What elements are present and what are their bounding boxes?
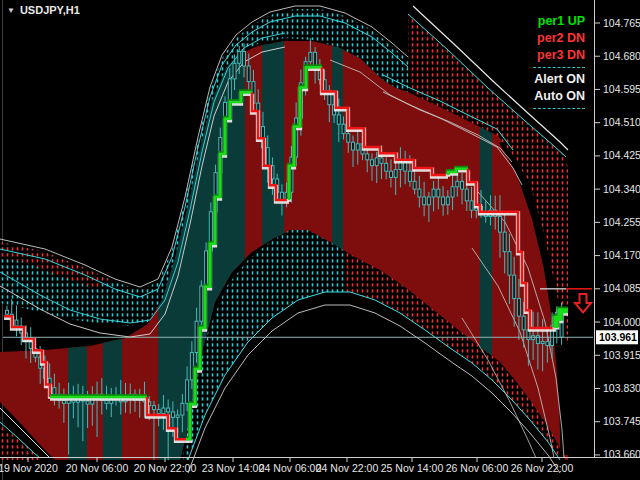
time-tick-label: 25 Nov 14:00 — [381, 462, 444, 474]
indicator-legend: per1 UPper2 DNper3 DNAlert ONAuto ON — [533, 13, 585, 112]
legend-separator — [533, 108, 585, 109]
legend-per1-status: per1 UP — [533, 13, 585, 30]
price-tick-label: 104.765 — [603, 17, 640, 29]
price-tick-label: 103.660 — [603, 448, 640, 460]
price-tick-label: 104.510 — [603, 116, 640, 128]
current-price-label: 103.961 — [599, 331, 637, 343]
price-tick-label: 104.595 — [603, 83, 640, 95]
time-tick-label: 26 Nov 06:00 — [446, 462, 509, 474]
price-tick-label: 104.170 — [603, 249, 640, 261]
chart-window: 104.765104.680104.595104.510104.425104.3… — [0, 0, 640, 480]
dropdown-icon: ▼ — [7, 6, 15, 15]
time-tick-label: 20 Nov 22:00 — [134, 462, 197, 474]
time-tick-label: 23 Nov 14:00 — [202, 462, 265, 474]
price-tick-label: 104.000 — [603, 316, 640, 328]
time-tick-label: 19 Nov 2020 — [0, 462, 58, 474]
price-tick-label: 104.255 — [603, 216, 640, 228]
time-tick-label: 26 Nov 22:00 — [511, 462, 574, 474]
legend-per2-status: per2 DN — [533, 30, 585, 47]
price-tick-label: 103.745 — [603, 415, 640, 427]
price-tick-label: 103.915 — [603, 349, 640, 361]
price-tick-label: 103.830 — [603, 382, 640, 394]
price-tick-label: 104.425 — [603, 149, 640, 161]
time-tick-label: 20 Nov 06:00 — [66, 462, 129, 474]
legend-per3-status: per3 DN — [533, 47, 585, 64]
price-tick-label: 104.340 — [603, 183, 640, 195]
legend-separator — [533, 67, 585, 68]
price-tick-label: 104.680 — [603, 50, 640, 62]
symbol-label: USDJPY,H1 — [20, 4, 80, 16]
time-tick-label: 24 Nov 06:00 — [259, 462, 322, 474]
time-tick-label: 24 Nov 22:00 — [316, 462, 379, 474]
symbol-dropdown[interactable]: ▼ USDJPY,H1 — [7, 4, 80, 16]
auto-button[interactable]: Auto ON — [533, 88, 585, 105]
alert-button[interactable]: Alert ON — [533, 71, 585, 88]
price-tick-label: 104.085 — [603, 282, 640, 294]
